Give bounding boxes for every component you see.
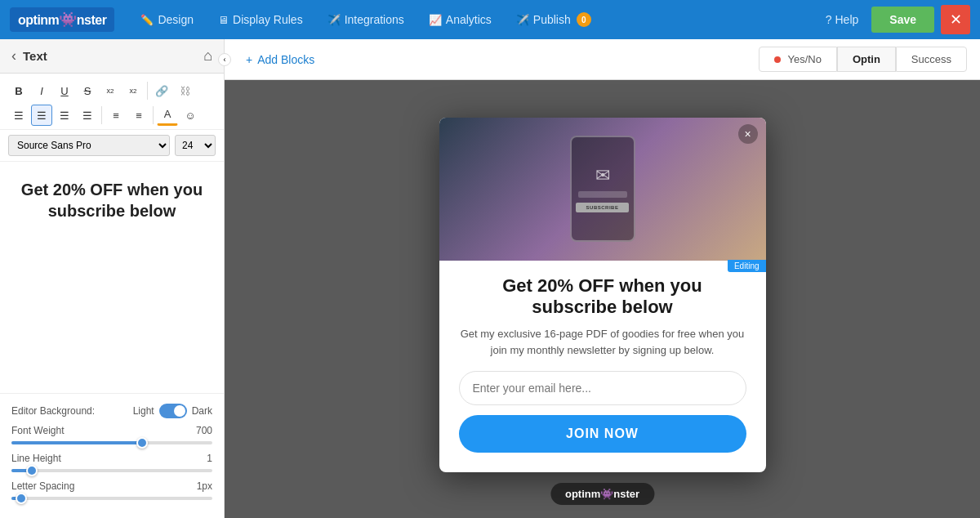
mock-phone: ✉ SUBSCRIBE xyxy=(570,136,635,242)
nav-publish[interactable]: ✈️ Publish 0 xyxy=(506,7,601,32)
logo: optinm👾nster xyxy=(10,7,114,32)
nav-analytics-label: Analytics xyxy=(446,13,492,26)
save-button[interactable]: Save xyxy=(871,7,934,33)
list-ol-button[interactable]: ≡ xyxy=(128,105,149,126)
help-button[interactable]: ? Help xyxy=(819,8,866,31)
highlight-button[interactable]: A xyxy=(157,105,178,126)
popup-body: Editing Get 20% OFF when you subscribe b… xyxy=(439,261,766,473)
letter-spacing-track xyxy=(11,497,212,500)
editor-bg-toggle-row: Editor Background: Light Dark xyxy=(11,404,212,418)
align-justify-button[interactable]: ☰ xyxy=(77,105,98,126)
font-family-select[interactable]: Source Sans Pro xyxy=(8,135,170,156)
tab-success-label: Success xyxy=(911,53,951,65)
publish-badge: 0 xyxy=(577,12,591,27)
close-nav-button[interactable]: ✕ xyxy=(941,5,970,34)
sidebar-title: Text xyxy=(23,49,203,63)
mock-input-bar xyxy=(578,191,627,198)
add-blocks-label: Add Blocks xyxy=(257,53,314,66)
help-label: Help xyxy=(835,13,859,26)
text-edit-area: Get 20% OFF when you subscribe below xyxy=(0,162,224,393)
format-row-2: ☰ ☰ ☰ ☰ ≡ ≡ A ☺ xyxy=(8,105,216,126)
subscribe-text: SUBSCRIBE xyxy=(586,205,619,210)
collapse-handle[interactable]: ‹ xyxy=(218,53,231,66)
popup-subtext: Get my exclusive 16-page PDF of goodies … xyxy=(459,326,746,358)
toggle-knob xyxy=(174,405,185,417)
nav-design[interactable]: ✏️ Design xyxy=(131,8,203,31)
text-editor[interactable]: Get 20% OFF when you subscribe below xyxy=(13,175,211,226)
align-left-button[interactable]: ☰ xyxy=(8,105,29,126)
subscript-button[interactable]: x2 xyxy=(122,80,144,101)
nav-publish-label: Publish xyxy=(533,13,571,26)
align-right-button[interactable]: ☰ xyxy=(54,105,75,126)
underline-button[interactable]: U xyxy=(54,80,75,101)
strikethrough-button[interactable]: S xyxy=(77,80,98,101)
envelope-icon: ✉ xyxy=(595,165,610,186)
mock-subscribe-btn: SUBSCRIBE xyxy=(576,203,629,212)
light-label: Light xyxy=(133,405,154,417)
font-weight-label: Font Weight xyxy=(11,425,64,436)
popup-modal: ✉ SUBSCRIBE × Editing Get 20% OFF when y… xyxy=(439,118,766,473)
add-blocks-button[interactable]: + Add Blocks xyxy=(238,48,323,71)
tab-yes-no[interactable]: Yes/No xyxy=(759,47,837,72)
link-button[interactable]: 🔗 xyxy=(151,80,172,101)
nav-display-rules[interactable]: 🖥 Display Rules xyxy=(208,8,313,31)
emoji-button[interactable]: ☺ xyxy=(180,105,201,126)
format-toolbar: B I U S x2 x2 🔗 ⛓ ☰ ☰ ☰ ☰ ≡ ≡ A ☺ xyxy=(0,74,224,130)
nav-right: ? Help Save ✕ xyxy=(819,5,970,34)
nav-analytics[interactable]: 📈 Analytics xyxy=(419,8,501,31)
canvas-topbar: + Add Blocks Yes/No Optin Success ‹ xyxy=(225,39,980,80)
sidebar-home-button[interactable]: ⌂ xyxy=(203,47,212,65)
publish-icon: ✈️ xyxy=(516,14,529,26)
nav-integrations[interactable]: ✈️ Integrations xyxy=(318,8,414,31)
nav-items: ✏️ Design 🖥 Display Rules ✈️ Integration… xyxy=(131,7,818,32)
nav-integrations-label: Integrations xyxy=(345,13,404,26)
list-ul-button[interactable]: ≡ xyxy=(105,105,127,126)
popup-image-overlay: ✉ SUBSCRIBE xyxy=(439,118,766,261)
line-height-track xyxy=(11,469,212,472)
separator-2 xyxy=(101,106,102,124)
plus-icon: + xyxy=(246,53,252,66)
question-icon: ? xyxy=(826,13,832,26)
canvas-area: + Add Blocks Yes/No Optin Success ‹ xyxy=(225,39,980,518)
font-size-select[interactable]: 24 xyxy=(175,135,216,156)
popup-email-input[interactable] xyxy=(459,371,746,405)
sidebar: ‹ Text ⌂ B I U S x2 x2 🔗 ⛓ ☰ ☰ ☰ ☰ xyxy=(0,39,225,518)
separator-3 xyxy=(153,106,154,124)
footer-brand-text: optinm👾nster xyxy=(565,488,639,500)
superscript-button[interactable]: x2 xyxy=(100,80,121,101)
font-weight-thumb[interactable] xyxy=(136,437,148,449)
display-rules-icon: 🖥 xyxy=(218,14,229,26)
letter-spacing-label-row: Letter Spacing 1px xyxy=(11,480,212,492)
nav-design-label: Design xyxy=(158,13,194,26)
dark-label: Dark xyxy=(192,405,212,417)
toggle-labels: Light Dark xyxy=(133,404,212,418)
align-center-button[interactable]: ☰ xyxy=(31,105,52,126)
format-row-1: B I U S x2 x2 🔗 ⛓ xyxy=(8,80,216,101)
font-weight-label-row: Font Weight 700 xyxy=(11,425,212,436)
font-weight-track xyxy=(11,441,212,444)
font-weight-fill xyxy=(11,441,142,444)
editor-bg-toggle[interactable] xyxy=(159,404,187,418)
letter-spacing-slider-row: Letter Spacing 1px xyxy=(11,480,212,500)
design-icon: ✏️ xyxy=(140,14,154,26)
integrations-icon: ✈️ xyxy=(327,14,341,26)
editing-badge: Editing xyxy=(728,260,766,272)
sidebar-back-button[interactable]: ‹ xyxy=(11,47,16,65)
italic-button[interactable]: I xyxy=(31,80,52,101)
bold-button[interactable]: B xyxy=(8,80,29,101)
separator xyxy=(147,82,148,100)
popup-close-button[interactable]: × xyxy=(738,124,758,144)
main-layout: ‹ Text ⌂ B I U S x2 x2 🔗 ⛓ ☰ ☰ ☰ ☰ xyxy=(0,39,980,518)
tab-optin[interactable]: Optin xyxy=(837,47,896,72)
font-controls: Source Sans Pro 24 xyxy=(0,130,224,162)
tab-optin-label: Optin xyxy=(853,53,880,65)
tab-success[interactable]: Success xyxy=(896,47,967,72)
popup-headline: Get 20% OFF when you subscribe below xyxy=(459,275,746,319)
analytics-icon: 📈 xyxy=(429,14,442,26)
letter-spacing-thumb[interactable] xyxy=(16,493,27,504)
line-height-value: 1 xyxy=(207,453,212,464)
popup-join-button[interactable]: JOIN NOW xyxy=(459,415,746,453)
yes-no-dot xyxy=(774,56,781,63)
line-height-thumb[interactable] xyxy=(26,465,38,476)
unlink-button[interactable]: ⛓ xyxy=(174,80,195,101)
